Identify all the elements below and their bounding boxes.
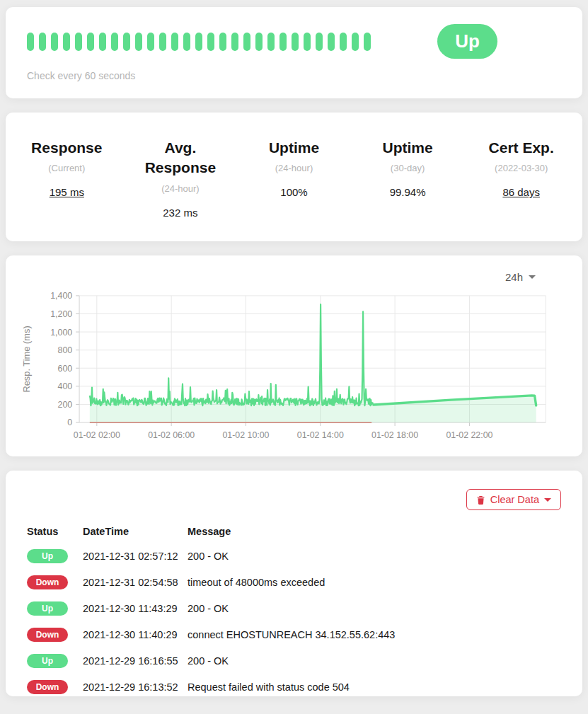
heartbeat-bar <box>27 33 34 51</box>
status-badge: Down <box>27 575 68 589</box>
svg-text:01-02 06:00: 01-02 06:00 <box>148 430 195 440</box>
events-card: Clear Data StatusDateTimeMessage Up2021-… <box>6 471 582 696</box>
stat-column: Response(Current)195 ms <box>10 138 124 219</box>
event-row: Down2021-12-31 02:54:58timeout of 48000m… <box>27 569 561 595</box>
stat-title: Uptime <box>247 138 340 158</box>
svg-text:600: 600 <box>58 363 73 373</box>
events-toolbar: Clear Data <box>27 489 561 510</box>
heartbeat-bar <box>340 33 347 51</box>
status-badge: Up <box>437 24 497 59</box>
heartbeat-bar <box>255 33 263 51</box>
svg-text:01-02 18:00: 01-02 18:00 <box>371 430 418 440</box>
stat-value: 99.94% <box>351 186 465 198</box>
stat-sub: (30-day) <box>351 163 465 173</box>
stat-title: Uptime <box>361 138 454 158</box>
heartbeat-bar <box>328 33 335 51</box>
stat-title: Avg. Response <box>134 138 227 178</box>
event-message: connect EHOSTUNREACH 34.152.55.62:443 <box>188 629 561 640</box>
stat-column: Cert Exp.(2022-03-30)86 days <box>464 138 578 219</box>
status-badge: Down <box>27 680 68 694</box>
heartbeat-bar <box>159 33 166 51</box>
heartbeat-bar <box>63 33 70 51</box>
event-datetime: 2021-12-31 02:54:58 <box>83 577 188 588</box>
events-table-body: Up2021-12-31 02:57:12200 - OKDown2021-12… <box>27 543 561 700</box>
stats-card: Response(Current)195 msAvg. Response(24-… <box>6 113 582 241</box>
events-column-header: DateTime <box>83 526 188 537</box>
chart-card: 24h 02004006008001,0001,2001,40001-02 02… <box>6 255 582 457</box>
heartbeat-bar <box>135 33 142 51</box>
svg-text:01-02 10:00: 01-02 10:00 <box>222 430 269 440</box>
event-row: Up2021-12-30 11:43:29200 - OK <box>27 595 561 621</box>
event-datetime: 2021-12-29 16:16:55 <box>83 655 188 667</box>
svg-text:800: 800 <box>58 345 73 355</box>
heartbeat-bar <box>123 33 130 51</box>
stat-value: 86 days <box>464 186 578 198</box>
heartbeat-bar <box>75 33 82 51</box>
chevron-down-icon <box>529 275 536 279</box>
chart-toolbar: 24h <box>16 270 570 284</box>
stat-sub: (Current) <box>10 163 124 173</box>
event-message: Request failed with status code 504 <box>188 681 561 693</box>
stat-value: 100% <box>237 186 351 198</box>
heartbeat-bar <box>183 33 190 51</box>
heartbeat-bar <box>219 33 226 51</box>
clear-data-label: Clear Data <box>490 494 539 505</box>
status-badge: Up <box>27 601 68 616</box>
check-interval-note: Check every 60 seconds <box>27 70 561 81</box>
heartbeat-bar <box>267 33 275 51</box>
stat-title: Response <box>20 138 113 158</box>
heartbeat-bar <box>304 33 311 51</box>
heartbeat-row: Up <box>27 24 561 59</box>
svg-text:1,200: 1,200 <box>50 309 72 319</box>
heartbeat-bar <box>207 33 214 51</box>
stat-value: 232 ms <box>124 207 238 219</box>
stat-title: Cert Exp. <box>475 138 568 158</box>
svg-text:0: 0 <box>67 418 72 427</box>
events-table-header: StatusDateTimeMessage <box>27 520 561 543</box>
event-datetime: 2021-12-31 02:57:12 <box>83 551 188 562</box>
stat-sub: (24-hour) <box>237 163 351 173</box>
heartbeat-bar <box>364 33 371 51</box>
stat-column: Avg. Response(24-hour)232 ms <box>124 138 238 219</box>
events-column-header: Status <box>27 526 83 537</box>
stat-sub: (24-hour) <box>124 183 238 194</box>
heartbeat-bar-row <box>27 33 376 51</box>
svg-text:400: 400 <box>58 381 73 391</box>
heartbeat-bar <box>99 33 106 51</box>
heartbeat-bar <box>243 33 250 51</box>
clear-data-button[interactable]: Clear Data <box>466 489 561 510</box>
svg-text:01-02 14:00: 01-02 14:00 <box>297 430 344 440</box>
svg-text:Resp. Time (ms): Resp. Time (ms) <box>21 326 32 392</box>
period-dropdown[interactable]: 24h <box>502 270 538 284</box>
svg-text:01-02 02:00: 01-02 02:00 <box>74 430 120 440</box>
heartbeat-bar <box>279 33 287 51</box>
event-row: Down2021-12-29 16:13:52Request failed wi… <box>27 674 561 700</box>
svg-text:01-02 22:00: 01-02 22:00 <box>446 430 492 440</box>
stat-value: 195 ms <box>10 186 124 198</box>
heartbeat-bar <box>111 33 118 51</box>
chevron-down-icon <box>544 498 551 502</box>
stat-column: Uptime(24-hour)100% <box>237 138 351 219</box>
period-dropdown-label: 24h <box>505 271 523 283</box>
heartbeat-bar <box>51 33 58 51</box>
heartbeat-bar <box>316 33 323 51</box>
heartbeat-bar <box>39 33 46 51</box>
event-row: Up2021-12-31 02:57:12200 - OK <box>27 543 561 569</box>
response-time-chart[interactable]: 02004006008001,0001,2001,40001-02 02:000… <box>16 287 570 447</box>
heartbeat-bar <box>195 33 202 51</box>
event-message: timeout of 48000ms exceeded <box>188 577 561 588</box>
event-datetime: 2021-12-30 11:43:29 <box>83 603 188 614</box>
trash-icon <box>476 495 485 505</box>
svg-text:1,400: 1,400 <box>50 291 72 301</box>
monitor-card: Up Check every 60 seconds <box>6 7 582 98</box>
stat-sub: (2022-03-30) <box>464 163 578 173</box>
heartbeat-bar <box>87 33 94 51</box>
event-message: 200 - OK <box>188 551 561 562</box>
event-row: Up2021-12-29 16:16:55200 - OK <box>27 647 561 674</box>
svg-text:1,000: 1,000 <box>50 327 72 337</box>
heartbeat-bar <box>292 33 299 51</box>
status-badge: Up <box>27 654 68 668</box>
status-badge: Up <box>27 549 68 563</box>
event-datetime: 2021-12-29 16:13:52 <box>83 681 188 693</box>
heartbeat-bar <box>147 33 154 51</box>
